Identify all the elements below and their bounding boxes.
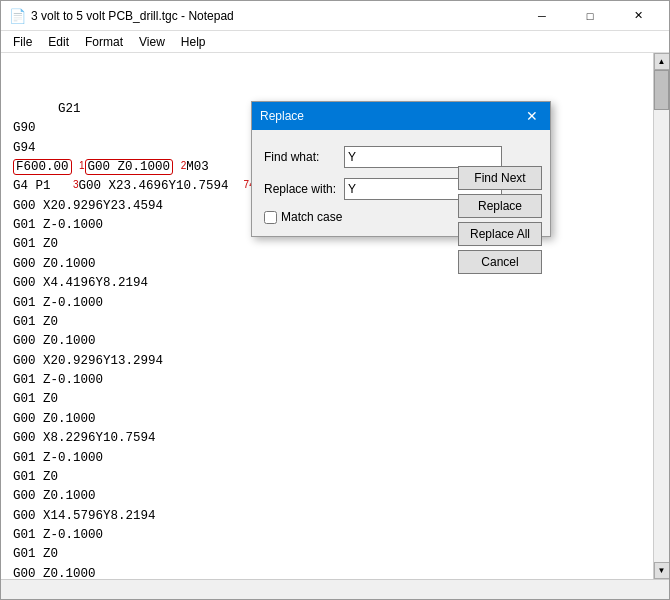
line-g00-z01: G00 Z0.1000 2: [85, 158, 187, 177]
replace-row: Replace with:: [264, 178, 438, 200]
maximize-button[interactable]: □: [567, 1, 613, 31]
line-rest: G00 Z0.1000 G00 X20.9296Y23.4594 G01 Z-0…: [13, 179, 525, 579]
find-row: Find what:: [264, 146, 438, 168]
status-bar: [1, 579, 669, 599]
menu-view[interactable]: View: [131, 33, 173, 51]
line-g21: G21 G90 G94: [13, 102, 81, 155]
line-g00-x23: G00 X23.4696Y10.7594 74: [79, 177, 255, 196]
menu-help[interactable]: Help: [173, 33, 214, 51]
minimize-button[interactable]: ─: [519, 1, 565, 31]
title-bar-left: 📄 3 volt to 5 volt PCB_drill.tgc - Notep…: [9, 8, 234, 24]
dialog-close-button[interactable]: ✕: [522, 106, 542, 126]
find-label: Find what:: [264, 150, 344, 164]
window-title: 3 volt to 5 volt PCB_drill.tgc - Notepad: [31, 9, 234, 23]
notepad-icon: 📄: [9, 8, 25, 24]
menu-file[interactable]: File: [5, 33, 40, 51]
match-case-row: Match case: [264, 210, 438, 224]
replace-label: Replace with:: [264, 182, 344, 196]
replace-dialog[interactable]: Replace ✕ Find what: Replace with:: [251, 101, 551, 237]
match-case-checkbox[interactable]: [264, 211, 277, 224]
cancel-button[interactable]: Cancel: [458, 250, 542, 274]
scroll-down-arrow[interactable]: ▼: [654, 562, 670, 579]
title-bar: 📄 3 volt to 5 volt PCB_drill.tgc - Notep…: [1, 1, 669, 31]
line-f600: F600.00 1: [13, 158, 85, 177]
dialog-buttons: Find Next Replace Replace All Cancel: [450, 158, 550, 282]
dialog-title: Replace: [260, 109, 304, 123]
scroll-up-arrow[interactable]: ▲: [654, 53, 670, 70]
vertical-scrollbar[interactable]: ▲ ▼: [653, 53, 669, 579]
match-case-label: Match case: [281, 210, 342, 224]
scroll-thumb[interactable]: [654, 70, 669, 110]
main-window: 📄 3 volt to 5 volt PCB_drill.tgc - Notep…: [0, 0, 670, 600]
find-next-button[interactable]: Find Next: [458, 166, 542, 190]
replace-all-button[interactable]: Replace All: [458, 222, 542, 246]
scroll-track[interactable]: [654, 70, 669, 562]
menu-format[interactable]: Format: [77, 33, 131, 51]
menu-edit[interactable]: Edit: [40, 33, 77, 51]
dialog-body: Find what: Replace with: Match case: [252, 130, 450, 236]
replace-button[interactable]: Replace: [458, 194, 542, 218]
menu-bar: File Edit Format View Help: [1, 31, 669, 53]
line-g4p1: G4 P1 3: [13, 177, 79, 196]
title-bar-controls: ─ □ ✕: [519, 1, 661, 31]
dialog-inner: Find what: Replace with: Match case: [252, 130, 550, 236]
close-button[interactable]: ✕: [615, 1, 661, 31]
dialog-title-bar: Replace ✕: [252, 102, 550, 130]
line-m03: M03: [186, 160, 209, 174]
